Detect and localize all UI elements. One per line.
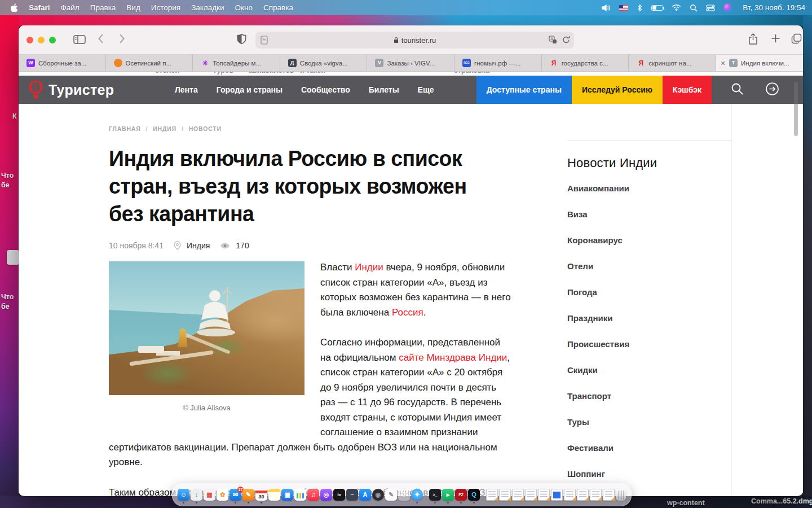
control-center-icon[interactable] [706,5,715,11]
article-location-link[interactable]: Индия [187,241,210,250]
dock-stocks[interactable]: ~ [346,489,358,501]
menubar-item-1[interactable]: Файл [61,3,80,12]
article-link[interactable]: Индии [355,262,383,273]
browser-tab-2[interactable]: ✳Топсайдеры м... [193,55,280,71]
new-tab-icon[interactable] [771,33,780,43]
dock-download-manager[interactable]: ↓ [191,489,202,501]
sidebar-news-10[interactable]: Фестивали [567,444,731,453]
tab-close-button[interactable]: × [721,59,725,67]
browser-tab-6[interactable]: Ягосударства с... [542,55,629,71]
dock-missing-app[interactable]: ? [398,489,410,501]
menubar-item-3[interactable]: Вид [126,3,140,12]
menubar-clock[interactable]: Вт, 30 нояб. 19:54 [743,3,805,12]
sidebar-news-1[interactable]: Виза [567,210,731,219]
services-link-0[interactable]: отелей [155,72,179,75]
dock-pages[interactable]: ✎ [242,489,254,501]
sidebar-news-0[interactable]: Авиакомпании [567,184,731,193]
bluetooth-icon[interactable] [637,4,643,12]
dock-dark-utility[interactable]: ◉ [372,489,384,501]
menubar-item-0[interactable]: Safari [29,3,50,12]
sidebar-news-3[interactable]: Отели [567,262,731,271]
back-icon[interactable] [98,33,104,44]
sidebar-news-2[interactable]: Коронавирус [567,236,731,245]
dock-numbers[interactable] [294,489,306,501]
dock-minimized-doc-4[interactable] [525,489,537,501]
dock-textedit[interactable]: ✎ [385,489,397,501]
dock-trash[interactable] [616,489,626,501]
breadcrumb-link-1[interactable]: ИНДИЯ [153,125,176,132]
breadcrumb-link-0[interactable]: ГЛАВНАЯ [109,125,141,132]
services-link-3[interactable]: и такси [300,72,325,75]
dock-calendar[interactable]: 30 [255,489,267,501]
scrollbar[interactable] [794,82,798,136]
dock-app-store[interactable]: A [359,489,371,501]
share-icon[interactable] [748,33,758,45]
address-bar[interactable]: tourister.ru A [255,32,574,49]
dock-minimized-doc-9[interactable] [603,489,615,501]
dock-safari[interactable]: ✦ [411,489,423,501]
dock-minimized-doc-6[interactable] [564,489,576,501]
menubar-item-4[interactable]: История [151,3,180,12]
dock-minimized-doc-7[interactable] [577,489,589,501]
menubar-item-2[interactable]: Правка [90,3,116,12]
dock-mail[interactable]: ✉17 [230,489,241,501]
sidebar-news-8[interactable]: Транспорт [567,392,731,401]
dock-minimized-doc-8[interactable] [590,489,602,501]
dock-launchpad[interactable]: ▦ [204,489,215,501]
apple-menu-icon[interactable] [10,3,18,12]
desktop-file-dmg[interactable]: Comma...65.2.dmg [751,497,812,505]
dock-keynote[interactable]: ▣ [281,489,293,501]
services-link-4[interactable]: страховка [454,72,489,75]
site-nav-3[interactable]: Билеты [369,85,399,94]
dock-terminal[interactable]: >_ [429,489,441,501]
sidebar-news-4[interactable]: Погода [567,288,731,297]
dock-minimized-doc-2[interactable] [499,489,511,501]
browser-tab-5[interactable]: REGгномыч.рф —... [454,55,542,71]
header-button-1[interactable]: Исследуй Россию [572,76,663,104]
browser-tab-0[interactable]: WСборочные за... [19,55,106,71]
article-image[interactable] [109,261,304,395]
site-search-icon[interactable] [731,82,744,98]
login-icon[interactable] [765,82,779,98]
browser-tab-7[interactable]: Яскриншот на... [629,55,716,71]
translate-icon[interactable]: A [549,36,557,46]
site-nav-1[interactable]: Города и страны [217,85,283,94]
dock-minimized-window[interactable] [551,489,563,501]
sidebar-news-7[interactable]: Скидки [567,366,731,375]
header-button-0[interactable]: Доступные страны [476,76,572,104]
site-nav-4[interactable]: Еще [418,85,434,94]
minimize-button[interactable] [38,37,45,43]
browser-tab-active[interactable]: ×TИндия включи... [716,55,803,71]
dock-minimized-doc-5[interactable] [538,489,550,501]
us-flag-icon[interactable] [619,5,628,11]
dock-notes[interactable] [268,489,280,501]
breadcrumb-link-2[interactable]: НОВОСТИ [189,125,222,132]
dock-photos[interactable]: ✿ [217,489,228,501]
browser-tab-4[interactable]: VЗаказы ‹ VIGV... [367,55,454,71]
menubar-item-5[interactable]: Закладки [191,3,224,12]
menubar-item-6[interactable]: Окно [235,3,253,12]
sidebar-news-5[interactable]: Праздники [567,314,731,323]
header-button-2[interactable]: Кэшбэк [663,76,712,104]
services-link-2[interactable]: авиабилетов [249,72,294,75]
privacy-shield-icon[interactable] [237,34,246,45]
wifi-icon[interactable] [672,4,681,11]
desktop-file-icon[interactable] [7,250,19,265]
reload-icon[interactable] [562,36,570,46]
tab-overview-icon[interactable] [791,33,802,44]
sidebar-toggle-icon[interactable] [73,34,86,45]
site-logo[interactable]: Туристер [28,76,114,104]
services-link-1[interactable]: туров [213,72,233,75]
dock-minimized-doc-1[interactable] [486,489,498,501]
dock-music[interactable]: ♫ [307,489,319,501]
desktop-file-wp-content[interactable]: wp-content [667,499,705,507]
site-nav-0[interactable]: Лента [175,85,198,94]
sidebar-news-9[interactable]: Туры [567,418,731,427]
desktop-icon-label-1[interactable]: Что бе [1,171,19,190]
sidebar-news-11[interactable]: Шоппинг [567,470,731,479]
dock-dev-tool[interactable]: ▸ [442,489,454,501]
siri-icon[interactable] [723,3,732,12]
article-link[interactable]: сайте Минздрава Индии [399,352,507,363]
dock-quicktime[interactable]: Q [468,489,480,501]
battery-icon[interactable] [651,5,663,11]
